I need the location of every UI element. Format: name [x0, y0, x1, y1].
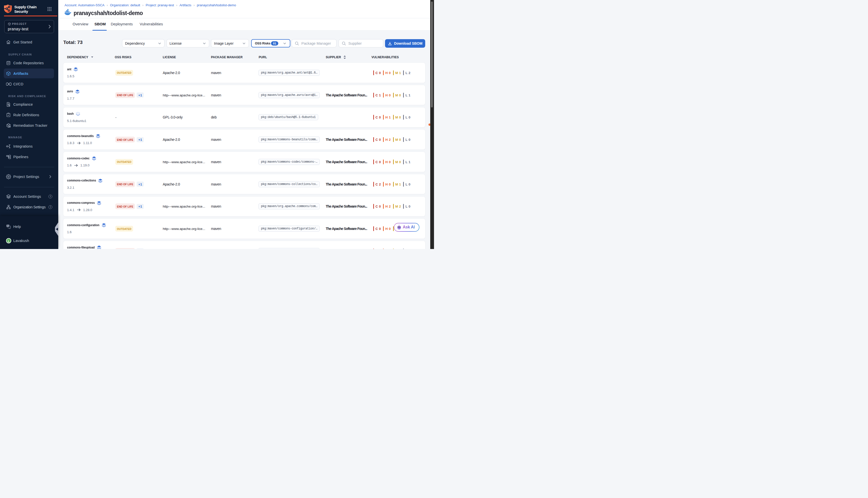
svg-text:?: ?	[7, 225, 9, 227]
